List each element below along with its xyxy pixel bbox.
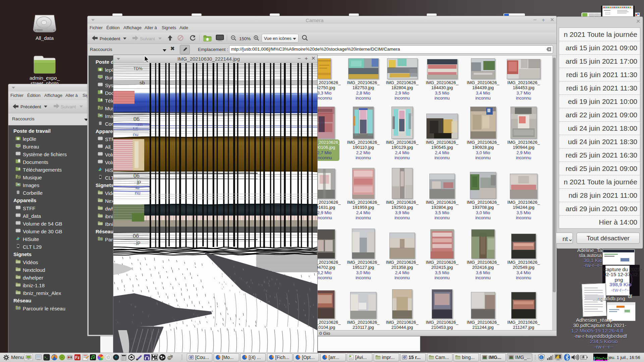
svg-text:>_: >_ xyxy=(44,356,48,359)
svg-text:nu: nu xyxy=(135,190,141,196)
svg-text:..jp: ..jp xyxy=(133,239,140,245)
svg-text:..jp: ..jp xyxy=(134,179,141,184)
svg-text:i: i xyxy=(541,356,541,359)
svg-text:sb: sb xyxy=(140,80,145,85)
svg-text:Fz: Fz xyxy=(75,355,79,360)
svg-text:06: 06 xyxy=(133,233,139,239)
svg-text:TD%: TD% xyxy=(133,66,143,71)
